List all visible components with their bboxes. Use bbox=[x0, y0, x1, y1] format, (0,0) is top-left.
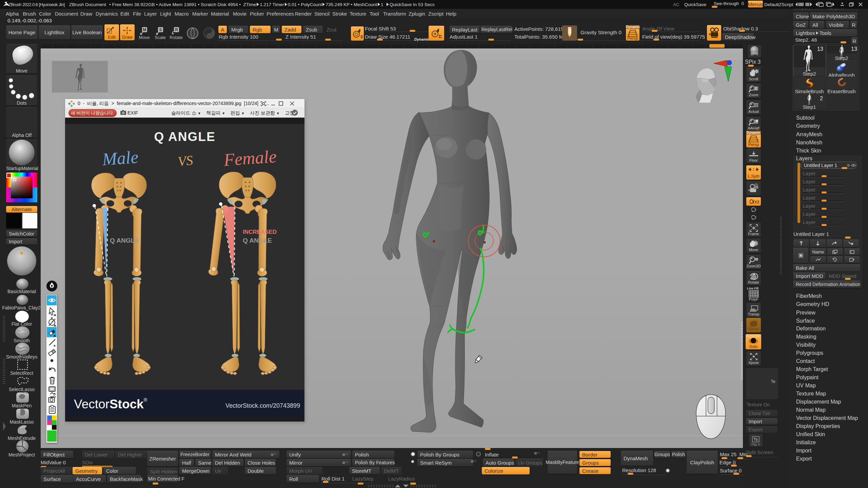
svg-text:Q ANGLE: Q ANGLE bbox=[154, 130, 215, 144]
svg-text:XYZ: XYZ bbox=[752, 200, 760, 204]
svg-text:Female: Female bbox=[223, 147, 277, 170]
svg-text:Q ANGLE: Q ANGLE bbox=[243, 237, 272, 244]
svg-text:D: D bbox=[439, 34, 441, 39]
svg-text:Y: Y bbox=[755, 208, 757, 211]
svg-text:Z: Z bbox=[755, 216, 757, 219]
svg-text:x1: x1 bbox=[754, 103, 758, 107]
svg-text:Q ANGLE: Q ANGLE bbox=[110, 237, 139, 244]
svg-text:Male: Male bbox=[101, 147, 139, 169]
svg-text:R: R bbox=[175, 27, 178, 32]
svg-text:S: S bbox=[360, 34, 363, 39]
svg-text:INCREASED: INCREASED bbox=[243, 229, 277, 235]
svg-text:M: M bbox=[143, 27, 146, 32]
svg-text:VS: VS bbox=[177, 152, 194, 169]
svg-text:S: S bbox=[159, 27, 162, 32]
svg-text:C: C bbox=[755, 186, 757, 189]
